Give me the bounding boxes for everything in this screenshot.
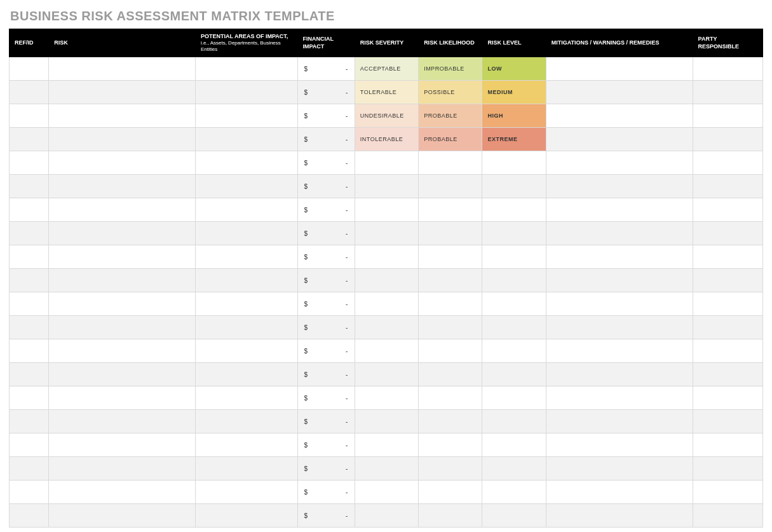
cell-financial[interactable]: $- bbox=[297, 504, 355, 528]
cell-party[interactable] bbox=[693, 386, 762, 410]
cell-level[interactable] bbox=[482, 175, 546, 198]
cell-mitigations[interactable] bbox=[546, 363, 693, 386]
cell-likelihood[interactable] bbox=[419, 481, 482, 504]
cell-areas[interactable] bbox=[195, 292, 297, 316]
cell-party[interactable] bbox=[693, 151, 762, 175]
cell-party[interactable] bbox=[693, 104, 762, 128]
cell-financial[interactable]: $- bbox=[297, 128, 355, 151]
cell-likelihood[interactable] bbox=[419, 457, 482, 481]
cell-risk[interactable] bbox=[49, 481, 196, 504]
cell-risk[interactable] bbox=[49, 198, 196, 222]
cell-severity[interactable]: UNDESIRABLE bbox=[355, 104, 418, 128]
cell-ref[interactable] bbox=[10, 198, 49, 222]
cell-likelihood[interactable] bbox=[419, 433, 482, 457]
cell-level[interactable]: LOW bbox=[482, 57, 546, 81]
cell-risk[interactable] bbox=[49, 339, 196, 363]
cell-level[interactable] bbox=[482, 410, 546, 433]
cell-mitigations[interactable] bbox=[546, 245, 693, 269]
cell-risk[interactable] bbox=[49, 292, 196, 316]
cell-mitigations[interactable] bbox=[546, 269, 693, 292]
cell-areas[interactable] bbox=[195, 363, 297, 386]
cell-severity[interactable] bbox=[355, 269, 418, 292]
cell-mitigations[interactable] bbox=[546, 128, 693, 151]
cell-mitigations[interactable] bbox=[546, 316, 693, 339]
cell-ref[interactable] bbox=[10, 433, 49, 457]
cell-level[interactable] bbox=[482, 363, 546, 386]
cell-party[interactable] bbox=[693, 316, 762, 339]
cell-level[interactable]: HIGH bbox=[482, 104, 546, 128]
cell-mitigations[interactable] bbox=[546, 104, 693, 128]
cell-mitigations[interactable] bbox=[546, 222, 693, 245]
cell-ref[interactable] bbox=[10, 386, 49, 410]
cell-mitigations[interactable] bbox=[546, 457, 693, 481]
cell-areas[interactable] bbox=[195, 504, 297, 528]
cell-party[interactable] bbox=[693, 363, 762, 386]
cell-level[interactable] bbox=[482, 245, 546, 269]
cell-areas[interactable] bbox=[195, 57, 297, 81]
cell-likelihood[interactable] bbox=[419, 269, 482, 292]
cell-risk[interactable] bbox=[49, 104, 196, 128]
cell-areas[interactable] bbox=[195, 269, 297, 292]
cell-likelihood[interactable] bbox=[419, 410, 482, 433]
cell-ref[interactable] bbox=[10, 128, 49, 151]
cell-likelihood[interactable] bbox=[419, 245, 482, 269]
cell-ref[interactable] bbox=[10, 339, 49, 363]
cell-risk[interactable] bbox=[49, 175, 196, 198]
cell-ref[interactable] bbox=[10, 175, 49, 198]
cell-financial[interactable]: $- bbox=[297, 433, 355, 457]
cell-level[interactable] bbox=[482, 339, 546, 363]
cell-level[interactable] bbox=[482, 433, 546, 457]
cell-ref[interactable] bbox=[10, 222, 49, 245]
cell-risk[interactable] bbox=[49, 316, 196, 339]
cell-mitigations[interactable] bbox=[546, 292, 693, 316]
cell-risk[interactable] bbox=[49, 410, 196, 433]
cell-financial[interactable]: $- bbox=[297, 151, 355, 175]
cell-party[interactable] bbox=[693, 457, 762, 481]
cell-level[interactable] bbox=[482, 292, 546, 316]
cell-party[interactable] bbox=[693, 292, 762, 316]
cell-ref[interactable] bbox=[10, 57, 49, 81]
cell-areas[interactable] bbox=[195, 386, 297, 410]
cell-areas[interactable] bbox=[195, 81, 297, 104]
cell-areas[interactable] bbox=[195, 128, 297, 151]
cell-severity[interactable] bbox=[355, 175, 418, 198]
cell-risk[interactable] bbox=[49, 386, 196, 410]
cell-risk[interactable] bbox=[49, 457, 196, 481]
cell-severity[interactable] bbox=[355, 292, 418, 316]
cell-mitigations[interactable] bbox=[546, 175, 693, 198]
cell-severity[interactable] bbox=[355, 222, 418, 245]
cell-financial[interactable]: $- bbox=[297, 292, 355, 316]
cell-level[interactable] bbox=[482, 269, 546, 292]
cell-ref[interactable] bbox=[10, 363, 49, 386]
cell-mitigations[interactable] bbox=[546, 57, 693, 81]
cell-risk[interactable] bbox=[49, 363, 196, 386]
cell-likelihood[interactable] bbox=[419, 175, 482, 198]
cell-level[interactable]: EXTREME bbox=[482, 128, 546, 151]
cell-severity[interactable]: INTOLERABLE bbox=[355, 128, 418, 151]
cell-likelihood[interactable]: IMPROBABLE bbox=[419, 57, 482, 81]
cell-level[interactable]: MEDIUM bbox=[482, 81, 546, 104]
cell-financial[interactable]: $- bbox=[297, 81, 355, 104]
cell-severity[interactable]: TOLERABLE bbox=[355, 81, 418, 104]
cell-financial[interactable]: $- bbox=[297, 57, 355, 81]
cell-financial[interactable]: $- bbox=[297, 175, 355, 198]
cell-party[interactable] bbox=[693, 410, 762, 433]
cell-financial[interactable]: $- bbox=[297, 198, 355, 222]
cell-party[interactable] bbox=[693, 128, 762, 151]
cell-severity[interactable] bbox=[355, 363, 418, 386]
cell-financial[interactable]: $- bbox=[297, 245, 355, 269]
cell-likelihood[interactable] bbox=[419, 363, 482, 386]
cell-party[interactable] bbox=[693, 198, 762, 222]
cell-severity[interactable] bbox=[355, 410, 418, 433]
cell-financial[interactable]: $- bbox=[297, 481, 355, 504]
cell-mitigations[interactable] bbox=[546, 81, 693, 104]
cell-ref[interactable] bbox=[10, 481, 49, 504]
cell-financial[interactable]: $- bbox=[297, 363, 355, 386]
cell-level[interactable] bbox=[482, 198, 546, 222]
cell-likelihood[interactable] bbox=[419, 504, 482, 528]
cell-likelihood[interactable]: PROBABLE bbox=[419, 128, 482, 151]
cell-severity[interactable] bbox=[355, 245, 418, 269]
cell-likelihood[interactable] bbox=[419, 316, 482, 339]
cell-likelihood[interactable] bbox=[419, 386, 482, 410]
cell-financial[interactable]: $- bbox=[297, 104, 355, 128]
